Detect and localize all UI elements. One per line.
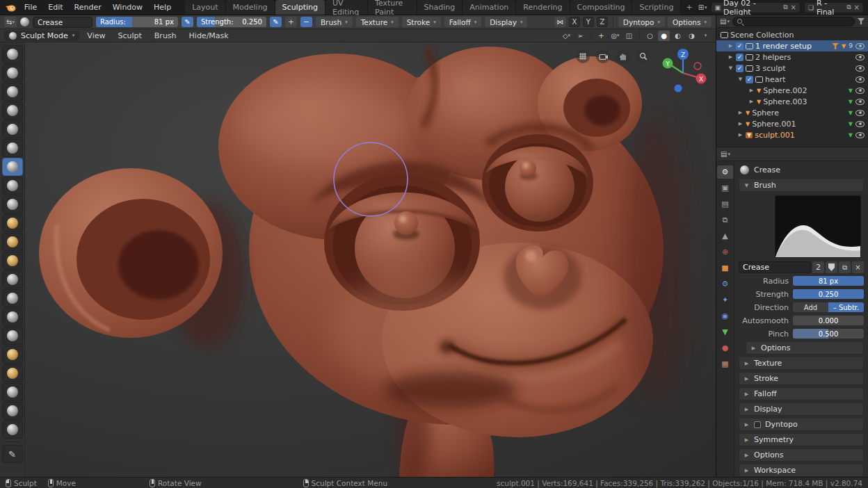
menu-sculpt[interactable]: Sculpt xyxy=(113,31,146,40)
brush-panel-header[interactable]: ▼Brush xyxy=(739,179,864,192)
workspace-tab-sculpting[interactable]: Sculpting xyxy=(275,0,326,15)
brush-snake-hook-button[interactable] xyxy=(2,308,23,326)
brush-name-field[interactable]: Crease xyxy=(739,261,811,273)
tab-object-data[interactable]: ▼ xyxy=(717,325,733,339)
brush-elastic-deform-button[interactable] xyxy=(2,289,23,307)
shading-wireframe-icon[interactable]: ○ xyxy=(644,31,656,41)
brush-fill-button[interactable] xyxy=(2,214,23,232)
tab-texture[interactable]: ▦ xyxy=(717,357,733,371)
properties-editor-type-icon[interactable]: ▤▾ xyxy=(721,150,730,158)
shading-solid-icon[interactable]: ● xyxy=(658,31,670,41)
options-dropdown[interactable]: Options▾ xyxy=(668,17,712,27)
tab-tool[interactable]: ⚙ xyxy=(717,165,733,179)
brush-users-count[interactable]: 2 xyxy=(812,261,824,273)
expand-icon[interactable]: ▶ xyxy=(728,54,734,60)
filter-restrict-icon[interactable] xyxy=(832,43,839,49)
menu-window[interactable]: Window xyxy=(107,0,148,15)
hide-viewport-eye-icon[interactable] xyxy=(855,88,865,94)
symmetry-panel-header[interactable]: ▶Symmetry xyxy=(739,433,864,446)
expand-icon[interactable]: ▶ xyxy=(748,99,755,104)
dyntopo-dropdown[interactable]: Dyntopo▾ xyxy=(618,17,665,27)
brush-crease-button[interactable] xyxy=(2,158,23,176)
tool-switcher-icon[interactable]: ⇆▾ xyxy=(4,17,17,27)
stroke-dropdown[interactable]: Stroke▾ xyxy=(402,17,441,27)
outliner-row-heart[interactable]: ▼ ✓ heart xyxy=(716,74,868,85)
options-panel-header[interactable]: ▶Options xyxy=(739,448,864,462)
screen-layout-icon[interactable]: ⊞▾ xyxy=(698,3,707,11)
hide-viewport-eye-icon[interactable] xyxy=(855,132,865,138)
brush-grab-button[interactable] xyxy=(2,270,23,288)
new-scene-icon[interactable]: ⧉ xyxy=(783,3,787,11)
expand-icon[interactable]: ▶ xyxy=(737,110,744,115)
hide-viewport-eye-icon[interactable] xyxy=(855,110,865,116)
brush-mask-button[interactable] xyxy=(2,421,23,439)
radius-slider[interactable]: Radius: 81 px xyxy=(96,17,178,27)
collapse-icon[interactable]: ▼ xyxy=(728,65,734,71)
workspace-tab-animation[interactable]: Animation xyxy=(463,0,516,15)
display-dropdown[interactable]: Display▾ xyxy=(485,17,527,27)
perspective-grid-icon[interactable] xyxy=(576,49,590,63)
workspace-tab-layout[interactable]: Layout xyxy=(185,0,225,15)
outliner-row-render-setup[interactable]: ▶ ✓ 1 render setup ▼ 9 xyxy=(716,40,868,51)
brush-preview-image[interactable] xyxy=(775,195,861,258)
hide-viewport-eye-icon[interactable] xyxy=(855,99,865,105)
tab-view-layer[interactable]: ⧉ xyxy=(717,213,733,227)
collection-checkbox[interactable]: ✓ xyxy=(746,76,753,83)
shading-dropdown-icon[interactable]: ▾ xyxy=(700,31,712,41)
unlink-brush-icon[interactable]: × xyxy=(852,261,864,273)
annotate-tool-button[interactable]: ✎ xyxy=(2,445,23,463)
sculpt-canvas[interactable] xyxy=(25,42,716,477)
brush-scrape-button[interactable] xyxy=(2,233,23,251)
display-panel-header[interactable]: ▶Display xyxy=(739,402,864,416)
remove-view-layer-icon[interactable]: × xyxy=(854,3,860,11)
view-layer-selector[interactable]: ❏ R - Final ⧉ × xyxy=(804,2,864,13)
mirror-x-toggle[interactable]: X xyxy=(569,17,580,27)
expand-icon[interactable]: ▶ xyxy=(737,132,744,138)
direction-add-toggle[interactable]: Add xyxy=(793,302,828,312)
brush-clay-strips-button[interactable] xyxy=(2,83,23,101)
texture-panel-header[interactable]: ▶Texture xyxy=(739,357,864,370)
unlink-scene-icon[interactable]: × xyxy=(791,3,796,11)
outliner-row-sculpt-collection[interactable]: ▼ ✓ 3 sculpt xyxy=(716,63,868,74)
expand-icon[interactable]: ▶ xyxy=(748,88,755,93)
outliner-display-mode-icon[interactable]: ▤▾ xyxy=(720,17,730,25)
brush-thumb-button[interactable] xyxy=(2,327,23,345)
zoom-icon[interactable] xyxy=(636,49,650,63)
brush-flatten-button[interactable] xyxy=(2,195,23,213)
shading-rendered-icon[interactable]: ◑ xyxy=(686,31,698,41)
expand-icon[interactable]: ▶ xyxy=(737,121,744,127)
outliner-filter-icon[interactable] xyxy=(858,18,865,24)
hide-viewport-eye-icon[interactable] xyxy=(855,76,865,83)
workspace-tab-rendering[interactable]: Rendering xyxy=(516,0,570,15)
options-subpanel-header[interactable]: ▶Options xyxy=(746,341,864,355)
workspace-tab-modeling[interactable]: Modeling xyxy=(226,0,275,15)
collapse-icon[interactable]: ▼ xyxy=(737,76,744,82)
tab-material[interactable]: ● xyxy=(717,341,733,355)
falloff-panel-header[interactable]: ▶Falloff xyxy=(739,387,864,400)
outliner-row-sphere[interactable]: ▶ ▼ Sphere ▼ xyxy=(716,107,868,118)
camera-view-icon[interactable] xyxy=(596,49,610,63)
strength-slider[interactable]: Strength: 0.250 xyxy=(197,17,266,27)
mirror-z-toggle[interactable]: Z xyxy=(597,17,608,27)
hide-viewport-eye-icon[interactable] xyxy=(855,54,865,60)
hide-viewport-eye-icon[interactable] xyxy=(855,43,865,49)
scene-selector[interactable]: ▣ Day 02 - Delight ⧉ × xyxy=(711,2,801,13)
workspace-panel-header[interactable]: ▶Workspace xyxy=(739,464,864,477)
workspace-tab-compositing[interactable]: Compositing xyxy=(570,0,633,15)
menu-view[interactable]: View xyxy=(82,31,110,40)
menu-file[interactable]: File xyxy=(19,0,42,15)
radius-slider-panel[interactable]: 81 px xyxy=(793,276,864,286)
pan-hand-icon[interactable] xyxy=(616,49,630,63)
brush-blob-button[interactable] xyxy=(2,139,23,157)
symmetry-mirror-icon[interactable]: ⋈ xyxy=(554,17,566,27)
mode-selector[interactable]: Sculpt Mode▾ xyxy=(4,31,79,41)
navigation-gizmo[interactable]: Z X Y xyxy=(657,45,709,99)
expand-icon[interactable]: ▶ xyxy=(728,43,734,49)
tab-render[interactable]: ▣ xyxy=(717,181,733,195)
brush-datablock-field[interactable]: Crease xyxy=(33,17,93,28)
collection-checkbox[interactable]: ✓ xyxy=(736,65,744,72)
outliner-row-sphere-003[interactable]: ▶ ▼ Sphere.003 ▼ xyxy=(716,96,868,107)
gizmos-toggle-icon[interactable]: + xyxy=(595,31,607,41)
menu-render[interactable]: Render xyxy=(69,0,107,15)
workspace-tab-uv-editing[interactable]: UV Editing xyxy=(326,0,368,15)
